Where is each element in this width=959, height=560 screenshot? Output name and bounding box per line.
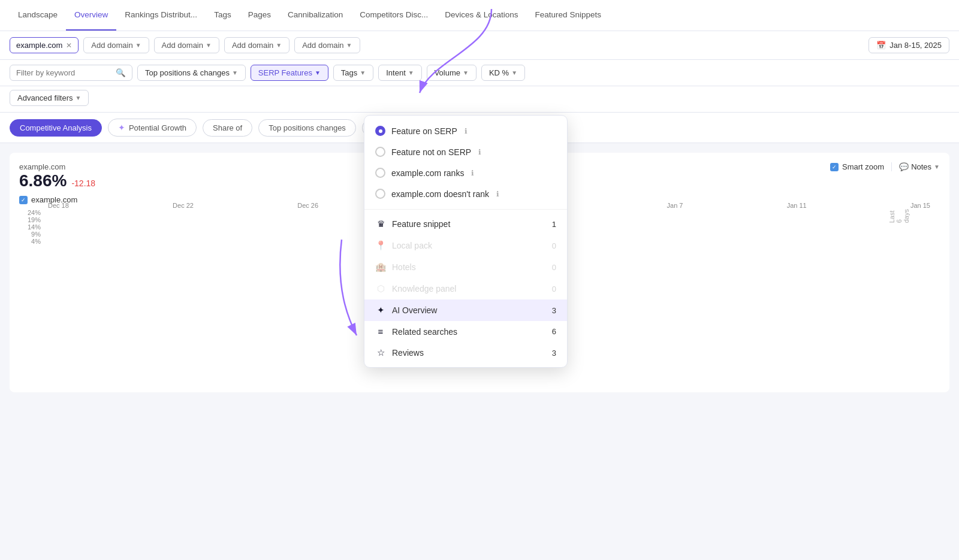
serp-features-filter[interactable]: SERP Features ▼: [251, 65, 328, 81]
tab-competitive-analysis[interactable]: Competitive Analysis: [10, 119, 102, 137]
x-label-dec22: Dec 22: [173, 202, 194, 209]
chevron-down-icon-top: ▼: [232, 69, 238, 76]
volume-label: Volume: [435, 68, 460, 77]
ai-overview-count: 3: [552, 306, 556, 315]
notes-label: Notes: [911, 162, 931, 171]
info-icon-2: ℹ: [478, 148, 481, 156]
radio-empty-icon-1: [375, 147, 385, 157]
feature-item-local-pack[interactable]: 📍 Local pack 0: [364, 235, 567, 256]
chevron-down-icon-volume: ▼: [463, 69, 469, 76]
domain-name-label: example.com: [19, 162, 95, 171]
y-label-24: 24%: [28, 209, 41, 216]
chevron-down-icon-4: ▼: [346, 42, 352, 49]
radio-option-example-no-rank[interactable]: example.com doesn't rank ℹ: [364, 183, 567, 204]
feature-items-section: ♛ Feature snippet 1 📍 Local pack 0 🏨 Hot…: [364, 210, 567, 367]
local-pack-label: Local pack: [392, 241, 432, 250]
keyword-search-input[interactable]: [16, 68, 112, 77]
radio-filled-icon: [375, 126, 385, 136]
radio-label-example-no-rank: example.com doesn't rank: [391, 189, 489, 199]
radio-option-example-ranks[interactable]: example.com ranks ℹ: [364, 162, 567, 183]
add-domain-label-1: Add domain: [91, 41, 132, 50]
serp-features-dropdown[interactable]: Feature on SERP ℹ Feature not on SERP ℹ …: [364, 115, 568, 368]
chevron-down-icon-intent: ▼: [408, 69, 414, 76]
feature-item-snippet[interactable]: ♛ Feature snippet 1: [364, 213, 567, 235]
nav-item-pages[interactable]: Pages: [240, 0, 279, 31]
smart-zoom-checkbox[interactable]: [830, 163, 839, 171]
hotels-count: 0: [552, 263, 556, 272]
nav-item-rankings[interactable]: Rankings Distribut...: [116, 0, 206, 31]
radio-options-section: Feature on SERP ℹ Feature not on SERP ℹ …: [364, 116, 567, 210]
info-icon-4: ℹ: [496, 190, 499, 198]
advanced-filters-button[interactable]: Advanced filters ▼: [10, 90, 89, 106]
close-icon[interactable]: ✕: [66, 41, 72, 50]
tab-potential-growth[interactable]: ✦ Potential Growth: [108, 119, 197, 137]
y-label-14: 14%: [28, 223, 41, 231]
info-icon-3: ℹ: [471, 169, 474, 177]
radio-empty-icon-3: [375, 189, 385, 199]
search-submit-button[interactable]: 🔍: [116, 68, 126, 77]
star-icon: ☆: [375, 347, 386, 358]
change-value: -12.18: [71, 178, 95, 188]
y-label-4: 4%: [31, 238, 41, 245]
advanced-filters-label: Advanced filters: [17, 93, 73, 102]
info-icon-1: ℹ: [465, 127, 468, 135]
kd-filter[interactable]: KD % ▼: [481, 65, 525, 81]
chart-meta: example.com 6.86% -12.18 example.com: [19, 162, 95, 204]
kd-label: KD %: [489, 68, 509, 77]
nav-item-cannibalization[interactable]: Cannibalization: [279, 0, 351, 31]
x-label-jan15: Jan 15: [910, 202, 930, 209]
sparkle-icon: ✦: [118, 123, 125, 132]
nav-item-tags[interactable]: Tags: [206, 0, 240, 31]
feature-item-reviews[interactable]: ☆ Reviews 3: [364, 342, 567, 364]
filter-row: 🔍 Top positions & changes ▼ SERP Feature…: [0, 60, 959, 86]
related-count: 6: [552, 327, 556, 336]
x-label-jan11: Jan 11: [787, 202, 807, 209]
nav-item-snippets[interactable]: Featured Snippets: [527, 0, 610, 31]
chevron-down-icon-tags: ▼: [360, 69, 366, 76]
checkbox-blue-icon[interactable]: [19, 196, 28, 204]
tab-potential-label: Potential Growth: [129, 123, 186, 132]
date-range-button[interactable]: 📅 Jan 8-15, 2025: [868, 37, 949, 53]
add-domain-btn-3[interactable]: Add domain ▼: [224, 37, 289, 53]
volume-filter[interactable]: Volume ▼: [427, 65, 477, 81]
hotel-icon: 🏨: [375, 262, 386, 273]
radio-label-feature-not-on-serp: Feature not on SERP: [391, 147, 471, 157]
chevron-down-icon-1: ▼: [135, 42, 141, 49]
notes-button[interactable]: 💬 Notes ▼: [891, 162, 940, 171]
feature-item-hotels[interactable]: 🏨 Hotels 0: [364, 256, 567, 278]
tab-top-positions[interactable]: Top positions changes: [258, 119, 356, 137]
feature-item-knowledge[interactable]: ⬡ Knowledge panel 0: [364, 278, 567, 299]
add-domain-btn-4[interactable]: Add domain ▼: [294, 37, 360, 53]
intent-filter[interactable]: Intent ▼: [378, 65, 421, 81]
knowledge-icon: ⬡: [375, 283, 386, 294]
add-domain-label-4: Add domain: [302, 41, 343, 50]
radio-option-feature-not-on-serp[interactable]: Feature not on SERP ℹ: [364, 141, 567, 162]
feature-item-related[interactable]: ≡ Related searches 6: [364, 321, 567, 342]
radio-option-feature-on-serp[interactable]: Feature on SERP ℹ: [364, 120, 567, 141]
keyword-search-box[interactable]: 🔍: [10, 65, 132, 81]
chevron-down-icon-serp: ▼: [315, 69, 321, 76]
feature-item-ai-overview[interactable]: ✦ AI Overview 3: [364, 299, 567, 321]
nav-item-competitors[interactable]: Competitors Disc...: [351, 0, 436, 31]
nav-item-landscape[interactable]: Landscape: [10, 0, 66, 31]
y-label-19: 19%: [28, 216, 41, 223]
last-days-label: Last 6 days: [888, 209, 910, 223]
local-pack-count: 0: [552, 241, 556, 250]
top-positions-filter[interactable]: Top positions & changes ▼: [137, 65, 246, 81]
smart-zoom-label: Smart zoom: [842, 162, 884, 171]
toolbar-row: example.com ✕ Add domain ▼ Add domain ▼ …: [0, 31, 959, 60]
location-icon: 📍: [375, 240, 386, 251]
calendar-icon: 📅: [876, 41, 886, 50]
domain-chip[interactable]: example.com ✕: [10, 37, 79, 53]
nav-item-overview[interactable]: Overview: [66, 0, 116, 31]
tab-share-of[interactable]: Share of: [203, 119, 252, 137]
nav-item-devices[interactable]: Devices & Locations: [436, 0, 526, 31]
add-domain-btn-2[interactable]: Add domain ▼: [154, 37, 219, 53]
list-icon: ≡: [375, 326, 386, 337]
chevron-down-icon-notes: ▼: [934, 164, 940, 170]
chevron-down-icon-kd: ▼: [511, 69, 517, 76]
add-domain-btn-1[interactable]: Add domain ▼: [83, 37, 149, 53]
tags-label: Tags: [341, 68, 357, 77]
tags-filter[interactable]: Tags ▼: [333, 65, 373, 81]
chevron-down-icon-2: ▼: [206, 42, 212, 49]
